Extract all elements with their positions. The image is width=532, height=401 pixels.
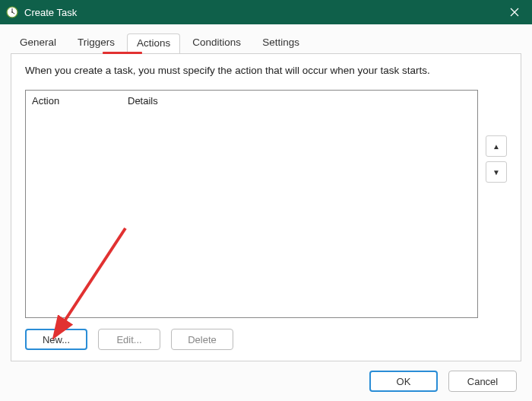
close-button[interactable] [497,0,532,24]
move-down-button[interactable]: ▼ [486,161,507,183]
cancel-button[interactable]: Cancel [448,371,517,392]
ok-button[interactable]: OK [369,371,438,392]
actions-list-body[interactable] [26,111,477,317]
reorder-buttons: ▲ ▼ [486,90,507,318]
edit-button[interactable]: Edit... [98,329,160,350]
column-header-details[interactable]: Details [125,95,477,107]
actions-list-row: Action Details ▲ ▼ [25,90,507,318]
new-button[interactable]: New... [25,329,87,350]
tab-general[interactable]: General [11,33,65,53]
dialog-buttons: OK Cancel [2,361,530,401]
actions-list-header: Action Details [26,91,477,111]
dialog-content: General Triggers Actions Conditions Sett… [0,24,532,401]
tab-bar: General Triggers Actions Conditions Sett… [2,24,530,53]
tab-description: When you create a task, you must specify… [25,65,507,76]
arrow-up-icon: ▲ [492,142,500,151]
titlebar: Create Task [0,0,532,24]
annotation-underline [103,52,142,54]
window-title: Create Task [24,7,497,18]
tab-actions[interactable]: Actions [127,33,180,54]
close-icon [510,8,519,17]
tab-content-actions: When you create a task, you must specify… [11,53,521,361]
arrow-down-icon: ▼ [492,168,500,177]
tab-conditions[interactable]: Conditions [183,33,250,53]
actions-list[interactable]: Action Details [25,90,478,318]
action-buttons-row: New... Edit... Delete [25,329,507,350]
tab-triggers[interactable]: Triggers [68,33,124,53]
delete-button[interactable]: Delete [171,329,233,350]
tab-settings[interactable]: Settings [253,33,309,53]
clock-icon [6,6,18,18]
column-header-action[interactable]: Action [26,95,125,107]
svg-point-4 [11,11,13,13]
move-up-button[interactable]: ▲ [486,135,507,157]
